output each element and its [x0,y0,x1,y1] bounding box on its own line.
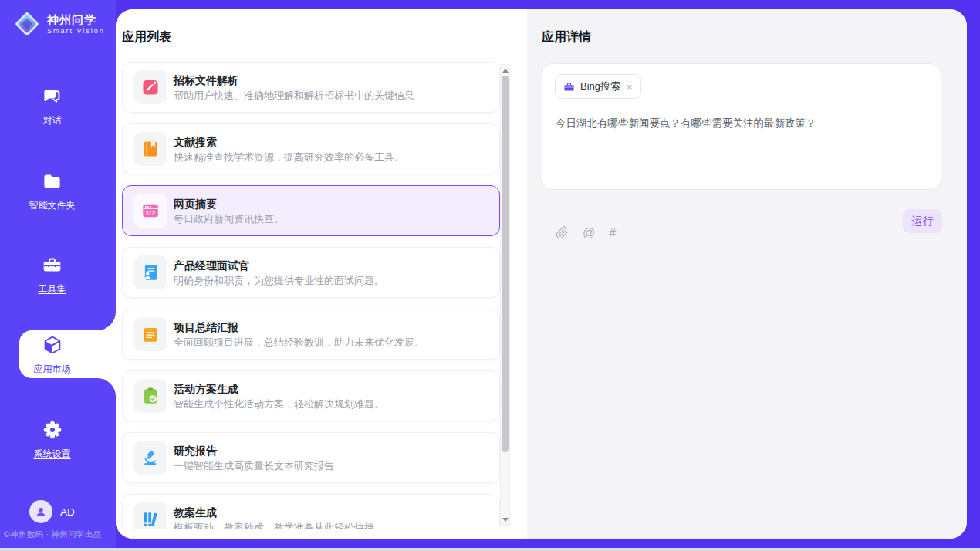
sidebar-item-label: 智能文件夹 [0,199,104,212]
scroll-up-arrow[interactable] [501,66,509,75]
user-account[interactable]: AD [29,500,75,523]
app-desc: 全面回顾项目进展，总结经验教训，助力未来优化发展。 [174,336,424,349]
pm-interviewer-icon [133,255,167,289]
brand-name: 神州问学 [47,13,105,27]
mention-icon[interactable]: @ [583,226,595,239]
app-card[interactable]: 研究报告 一键智能生成高质量长文本研究报告 [122,432,500,483]
app-name: 教案生成 [174,505,374,519]
lesson-plan-icon [133,502,167,529]
briefcase-icon [563,81,575,93]
sidebar-item-smart-folder[interactable]: 智能文件夹 [0,171,104,212]
app-name: 文献搜索 [174,135,404,149]
avatar [29,500,52,523]
sidebar-item-settings[interactable]: 系统设置 [0,419,104,461]
sidebar-item-label: 应用市场 [0,363,104,376]
tool-chip-bing-search[interactable]: Bing搜索 × [555,74,641,99]
app-list-panel: 应用列表 招标文件解析 帮助用户快速、准确地理解和解析招标书中的关键信息 [116,9,527,539]
app-market-icon [42,334,63,356]
brand-logo: 神州问学 Smart Vision [12,9,105,39]
content-area: 应用列表 招标文件解析 帮助用户快速、准确地理解和解析招标书中的关键信息 [116,9,967,539]
pill-notch-top [97,312,116,330]
sidebar-item-label: 对话 [0,114,104,127]
literature-search-icon [133,132,167,166]
app-list-title: 应用列表 [122,29,171,46]
app-card[interactable]: </> 网页摘要 每日政府新闻资讯快查。 [122,185,500,236]
settings-gear-icon [42,419,63,441]
diamond-logo-icon [12,9,42,39]
sidebar-item-toolbox[interactable]: 工具集 [0,255,104,296]
input-toolbar: @ # [556,226,616,239]
app-card[interactable]: 招标文件解析 帮助用户快速、准确地理解和解析招标书中的关键信息 [122,62,500,113]
app-name: 项目总结汇报 [174,320,424,334]
tool-chip-label: Bing搜索 [580,79,620,93]
list-scrollbar[interactable] [500,64,510,526]
sidebar-item-label: 系统设置 [0,448,104,461]
app-desc: 帮助用户快速、准确地理解和解析招标书中的关键信息 [174,90,414,102]
app-desc: 智能生成个性化活动方案，轻松解决规划难题。 [174,398,384,411]
app-detail-panel: 应用详情 Bing搜索 × 今日湖北有哪些新闻要点？有哪些需要关注的最新政策？ … [527,9,967,539]
chip-close-icon[interactable]: × [627,82,633,92]
smart-folder-icon [42,171,63,192]
app-desc: 明确身份和职责，为您提供专业性的面试问题。 [174,275,384,287]
app-desc: 模板驱动，教案秒成，教学准备从此轻松快捷 [174,522,374,530]
research-report-icon [133,441,167,475]
copyright-footer: ©神州数码 · 神州问学出品 [4,529,116,540]
run-button[interactable]: 运行 [903,209,942,233]
window-bottom-edge [0,548,980,551]
app-name: 网页摘要 [174,197,284,211]
prompt-text[interactable]: 今日湖北有哪些新闻要点？有哪些需要关注的最新政策？ [556,116,926,130]
hashtag-icon[interactable]: # [609,226,616,239]
app-detail-title: 应用详情 [542,29,591,46]
brand-tagline: Smart Vision [47,27,105,35]
sidebar-item-label: 工具集 [0,282,104,296]
toolbox-icon [42,255,63,276]
user-icon [34,505,48,519]
app-card[interactable]: 项目总结汇报 全面回顾项目进展，总结经验教训，助力未来优化发展。 [122,309,500,360]
sidebar-item-chat[interactable]: 对话 [0,86,104,127]
app-name: 研究报告 [174,444,334,458]
app-card[interactable]: 产品经理面试官 明确身份和职责，为您提供专业性的面试问题。 [122,247,500,298]
svg-text:</>: </> [146,210,155,216]
user-initials: AD [60,506,75,518]
app-card[interactable]: 活动方案生成 智能生成个性化活动方案，轻松解决规划难题。 [122,370,500,421]
paperclip-icon[interactable] [556,226,569,239]
sidebar-item-app-market[interactable]: 应用市场 [0,334,104,376]
pill-notch-bottom [97,378,116,397]
prompt-card: Bing搜索 × 今日湖北有哪些新闻要点？有哪些需要关注的最新政策？ @ # [542,63,941,190]
app-desc: 每日政府新闻资讯快查。 [174,213,284,225]
activity-plan-icon [133,379,167,413]
app-name: 活动方案生成 [174,382,384,396]
scrollbar-thumb[interactable] [502,76,509,452]
scroll-down-arrow[interactable] [501,515,509,524]
app-card[interactable]: 教案生成 模板驱动，教案秒成，教学准备从此轻松快捷 [122,494,500,529]
app-desc: 一键智能生成高质量长文本研究报告 [174,460,334,472]
app-card[interactable]: 文献搜索 快速精准查找学术资源，提高研究效率的必备工具。 [122,123,500,174]
project-summary-icon [133,317,167,351]
app-name: 招标文件解析 [174,73,414,87]
app-desc: 快速精准查找学术资源，提高研究效率的必备工具。 [174,151,404,164]
app-list: 招标文件解析 帮助用户快速、准确地理解和解析招标书中的关键信息 文献搜索 快速精… [122,62,500,529]
sidebar: 神州问学 Smart Vision 对话 智能文件夹 工具集 [0,0,116,548]
chat-icon [42,86,63,107]
bid-document-icon [133,70,167,104]
webpage-summary-icon: </> [133,194,167,228]
app-name: 产品经理面试官 [174,259,384,272]
